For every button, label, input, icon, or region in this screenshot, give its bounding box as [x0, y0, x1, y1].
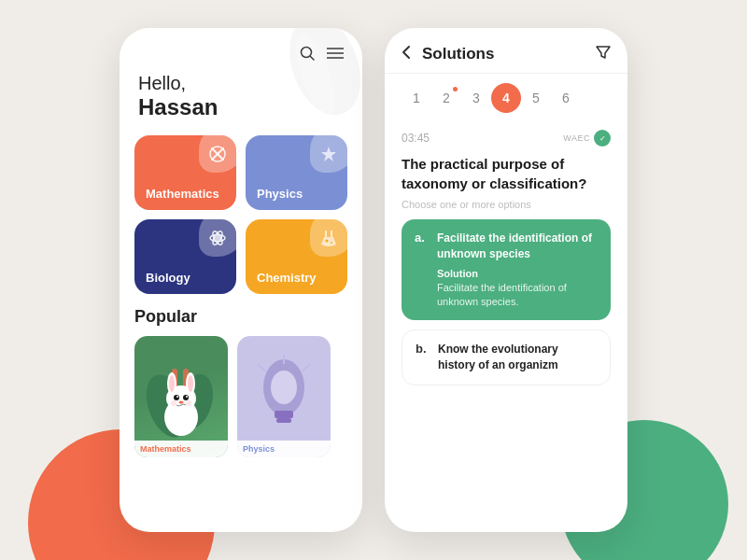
svg-line-39: [258, 364, 265, 371]
svg-line-3: [311, 57, 315, 61]
subject-label-chemistry: Chemistry: [257, 271, 317, 285]
svg-point-32: [179, 401, 184, 404]
waec-icon: ✓: [594, 130, 611, 147]
option-main-text-a: Facilitate the identification of unknown…: [437, 231, 598, 262]
subject-label-physics: Physics: [257, 187, 303, 201]
svg-rect-37: [276, 418, 291, 423]
biology-icon: [208, 229, 227, 252]
svg-point-28: [174, 395, 179, 400]
filter-icon[interactable]: [596, 45, 611, 63]
question-text: The practical purpose of taxonomy or cla…: [402, 154, 611, 193]
subject-tag-physics: Physics: [243, 444, 275, 454]
option-letter-b: b.: [416, 342, 429, 356]
greeting-section: Hello, Hassan: [120, 73, 362, 132]
pagination: 1 2 3 4 5 6: [385, 74, 627, 122]
page-2[interactable]: 2: [431, 83, 461, 113]
menu-icon[interactable]: [327, 47, 344, 63]
popular-card-label-1: Mathematics: [134, 441, 228, 457]
option-content-b: Know the evolutionary history of an orga…: [438, 342, 597, 373]
option-content-a: Facilitate the identification of unknown…: [437, 231, 598, 309]
svg-point-30: [176, 396, 178, 398]
greeting-name: Hassan: [138, 94, 344, 120]
subject-label-mathematics: Mathematics: [146, 187, 219, 201]
svg-rect-36: [275, 411, 293, 418]
chemistry-icon: [319, 229, 338, 252]
solutions-title: Solutions: [422, 45, 588, 63]
subject-card-biology[interactable]: Biology: [134, 219, 236, 294]
page-5[interactable]: 5: [521, 83, 551, 113]
question-section: 03:45 WAEC ✓ The practical purpose of ta…: [385, 122, 627, 404]
math-icon: [208, 145, 227, 168]
subject-card-physics[interactable]: Physics: [246, 135, 347, 210]
svg-marker-42: [597, 47, 610, 58]
dot-indicator: [453, 87, 458, 91]
greeting-hello: Hello,: [138, 73, 344, 94]
physics-icon: [319, 145, 338, 168]
svg-point-27: [188, 375, 193, 392]
right-phone-header: Solutions: [385, 28, 627, 74]
option-letter-a: a.: [415, 231, 428, 245]
popular-cards: Mathematics Physics: [134, 336, 347, 457]
popular-card-light[interactable]: Physics: [237, 336, 331, 457]
screens-container: Hello, Hassan Mathematics: [120, 28, 627, 532]
question-time: 03:45: [402, 132, 430, 145]
svg-point-16: [326, 240, 329, 243]
popular-section: Popular: [120, 294, 362, 465]
page-3[interactable]: 3: [461, 83, 491, 113]
subject-label-biology: Biology: [146, 271, 190, 285]
option-solution-text-a: Facilitate the identification of unknown…: [437, 281, 598, 310]
svg-point-2: [302, 48, 312, 58]
page-6[interactable]: 6: [551, 83, 581, 113]
search-icon[interactable]: [299, 45, 316, 65]
svg-point-41: [271, 371, 297, 404]
subjects-grid: Mathematics Physics: [120, 135, 362, 294]
popular-card-label-2: Physics: [237, 441, 331, 457]
question-meta: 03:45 WAEC ✓: [402, 130, 611, 147]
question-instruction: Choose one or more options: [402, 199, 611, 210]
subject-card-chemistry[interactable]: Chemistry: [246, 219, 347, 294]
left-phone: Hello, Hassan Mathematics: [120, 28, 362, 532]
answer-option-a[interactable]: a. Facilitate the identification of unkn…: [402, 219, 611, 320]
svg-point-34: [186, 400, 191, 406]
back-arrow-icon[interactable]: [402, 45, 411, 63]
light-illustration: [237, 336, 331, 457]
popular-card-bunny[interactable]: Mathematics: [134, 336, 228, 457]
right-phone: Solutions 1 2 3 4 5 6 03:45 WA: [385, 28, 627, 532]
option-solution-label-a: Solution: [437, 268, 598, 279]
waec-text: WAEC: [563, 133, 590, 143]
popular-title: Popular: [134, 307, 347, 327]
answer-option-b[interactable]: b. Know the evolutionary history of an o…: [402, 329, 611, 385]
option-main-text-b: Know the evolutionary history of an orga…: [438, 342, 597, 373]
bunny-illustration: [144, 350, 218, 443]
svg-point-33: [171, 400, 176, 406]
subject-tag-math: Mathematics: [140, 444, 191, 454]
page-4[interactable]: 4: [491, 83, 521, 113]
svg-point-31: [186, 396, 188, 398]
svg-point-29: [183, 395, 189, 400]
waec-badge: WAEC ✓: [563, 130, 611, 147]
svg-point-17: [331, 242, 332, 244]
page-1[interactable]: 1: [402, 83, 431, 113]
svg-point-26: [169, 375, 175, 392]
subject-card-mathematics[interactable]: Mathematics: [134, 135, 236, 210]
svg-line-40: [303, 364, 310, 371]
left-phone-header: [120, 28, 362, 73]
